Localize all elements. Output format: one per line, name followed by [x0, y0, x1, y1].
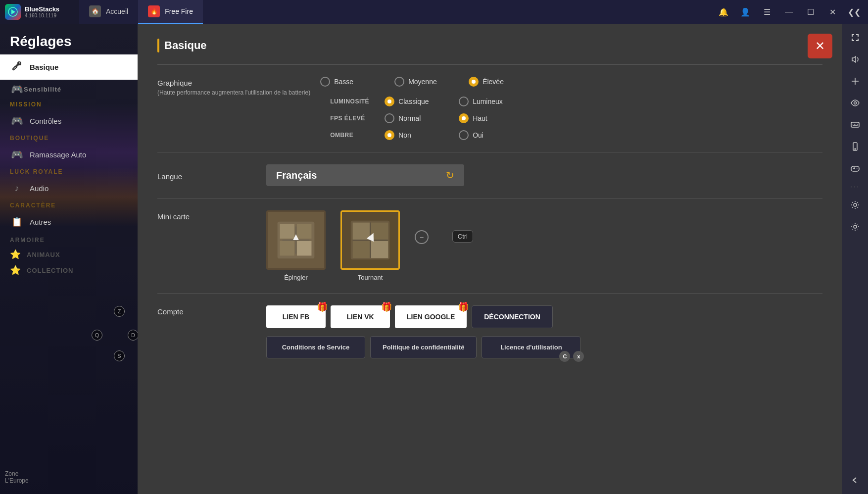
- quality-options-row: Basse Moyenne Élevée: [320, 77, 822, 87]
- radio-normal: [385, 113, 394, 123]
- home-icon: 🏠: [89, 5, 101, 17]
- ombre-row: OMBRE Non Oui: [330, 130, 822, 140]
- sidebar-label-sensibilite: Sensibilité: [24, 86, 61, 93]
- minimap-tournant-label: Tournant: [358, 274, 383, 281]
- option-non[interactable]: Non: [385, 130, 444, 140]
- radio-lumineux: [459, 97, 469, 106]
- gift-fb-icon: 🎁: [317, 301, 328, 312]
- tab-home[interactable]: 🏠 Accueil: [79, 0, 138, 24]
- minimize-button[interactable]: —: [779, 2, 799, 22]
- radio-elevee: [469, 77, 479, 87]
- brightness-right-button[interactable]: [845, 195, 865, 215]
- svg-point-23: [854, 225, 857, 228]
- sidebar-label-basique: Basique: [30, 63, 58, 71]
- langue-label: Langue: [157, 170, 256, 181]
- option-lumineux[interactable]: Lumineux: [459, 97, 538, 106]
- sidebar-item-ramassage[interactable]: 🎮 Ramassage Auto: [0, 144, 138, 165]
- option-classique[interactable]: Classique: [385, 97, 444, 106]
- maximize-button[interactable]: ☐: [801, 2, 820, 22]
- radio-haut: [459, 113, 469, 123]
- graphique-row: Graphique (Haute performance augmentera …: [157, 77, 822, 140]
- minimap-epingler[interactable]: Épingler: [266, 210, 326, 281]
- keyboard-right-button[interactable]: [845, 115, 865, 135]
- option-basse[interactable]: Basse: [320, 77, 380, 87]
- close-settings-button[interactable]: ✕: [808, 34, 832, 58]
- sidebar-item-controles[interactable]: 🎮 Contrôles: [0, 110, 138, 131]
- langue-selector[interactable]: Français ↻: [266, 164, 464, 186]
- svg-rect-12: [353, 223, 370, 240]
- option-haut[interactable]: Haut: [459, 113, 538, 123]
- option-moyenne[interactable]: Moyenne: [394, 77, 454, 87]
- radio-non: [385, 130, 394, 140]
- volume-right-button[interactable]: [845, 49, 865, 69]
- eye-right-button[interactable]: [845, 93, 865, 113]
- divider-2: [157, 152, 822, 152]
- legal-buttons-row: Conditions de Service Politique de confi…: [266, 336, 580, 358]
- graphics-sub-options: LUMINOSITÉ Classique Lumineux: [330, 97, 822, 140]
- option-elevee[interactable]: Élevée: [469, 77, 528, 87]
- bluestacks-logo: BlueStacks 4.160.10.1119: [0, 0, 79, 24]
- sidebar-caractere-label: CARACTÈRE: [0, 198, 138, 211]
- key-c-badge: C: [559, 351, 570, 362]
- lien-google-button[interactable]: LIEN GOOGLE 🎁: [395, 305, 467, 328]
- gamepad-icon: 🎮: [10, 83, 24, 95]
- langue-value: Français: [276, 170, 441, 181]
- back-right-button[interactable]: [845, 470, 865, 490]
- minimap-tournant-img: [340, 210, 400, 270]
- compte-buttons-col: LIEN FB 🎁 LIEN VK 🎁 LIEN GOOGLE 🎁: [266, 305, 580, 358]
- svg-point-2: [18, 62, 21, 65]
- expand-button[interactable]: ❮❮: [844, 2, 864, 22]
- politique-button[interactable]: Politique de confidentialité: [370, 336, 477, 358]
- tab-freefire-label: Free Fire: [165, 7, 193, 15]
- compte-label: Compte: [157, 305, 256, 316]
- option-normal[interactable]: Normal: [385, 113, 444, 123]
- sidebar-item-basique[interactable]: Basique: [0, 54, 138, 80]
- settings-content: Basique Graphique (Haute performance aug…: [138, 24, 842, 383]
- sidebar-label-audio: Audio: [30, 184, 48, 193]
- minimap-info-button[interactable]: −: [415, 230, 429, 244]
- sidebar-armoire-label: ARMOIRE: [0, 232, 138, 247]
- luminosite-options: Classique Lumineux: [385, 97, 538, 106]
- svg-rect-7: [280, 241, 294, 255]
- gear-right-button[interactable]: [845, 217, 865, 237]
- svg-rect-21: [851, 166, 859, 171]
- deconnection-button[interactable]: DÉCONNECTION: [472, 305, 553, 328]
- option-oui[interactable]: Oui: [459, 130, 538, 140]
- sidebar-mission-label: MISSION: [0, 99, 138, 110]
- gamepad-right-button[interactable]: [845, 158, 865, 178]
- minimap-tournant[interactable]: Tournant: [340, 210, 400, 281]
- lien-fb-button[interactable]: LIEN FB 🎁: [266, 305, 326, 328]
- licence-button[interactable]: Licence d'utilisation x C: [482, 336, 580, 358]
- sidebar-item-mission[interactable]: 🎮 Sensibilité: [0, 80, 138, 99]
- window-controls: 🔔 👤 ☰ — ☐ ✕ ❮❮: [714, 2, 868, 22]
- radio-basse: [320, 77, 330, 87]
- right-sidebar: ···: [842, 24, 868, 494]
- tab-freefire[interactable]: 🔥 Free Fire: [138, 0, 203, 24]
- lien-vk-button[interactable]: LIEN VK 🎁: [331, 305, 390, 328]
- conditions-button[interactable]: Conditions de Service: [266, 336, 365, 358]
- mini-carte-row: Mini carte: [157, 210, 822, 281]
- sidebar-boutique-label: BOUTIQUE: [0, 131, 138, 144]
- expand-right-button[interactable]: [845, 71, 865, 91]
- sidebar-animaux-label: ⭐ ANIMAUX: [0, 247, 138, 262]
- gift-vk-icon: 🎁: [381, 301, 392, 312]
- bell-icon[interactable]: 🔔: [714, 2, 733, 22]
- sidebar-item-autres[interactable]: 📋 Autres: [0, 211, 138, 232]
- key-s-badge: S: [114, 350, 125, 361]
- ombre-options: Non Oui: [385, 130, 538, 140]
- fullscreen-right-button[interactable]: [845, 28, 865, 48]
- svg-rect-13: [371, 223, 388, 240]
- sidebar-collection-label: ⭐ COLLECTION: [0, 262, 138, 279]
- key-x-badge: x: [573, 351, 584, 362]
- divider-4: [157, 293, 822, 294]
- sidebar-title: Réglages: [0, 24, 138, 54]
- account-icon[interactable]: 👤: [735, 2, 755, 22]
- mobile-right-button[interactable]: [845, 137, 865, 156]
- title-bar: BlueStacks 4.160.10.1119 🏠 Accueil 🔥 Fre…: [0, 0, 868, 24]
- menu-icon[interactable]: ☰: [757, 2, 777, 22]
- sidebar-label-controles: Contrôles: [30, 117, 61, 125]
- radio-classique: [385, 97, 394, 106]
- close-button[interactable]: ✕: [822, 2, 842, 22]
- sidebar-item-audio[interactable]: ♪ Audio: [0, 178, 138, 198]
- ctrl-badge: Ctrl: [452, 230, 473, 243]
